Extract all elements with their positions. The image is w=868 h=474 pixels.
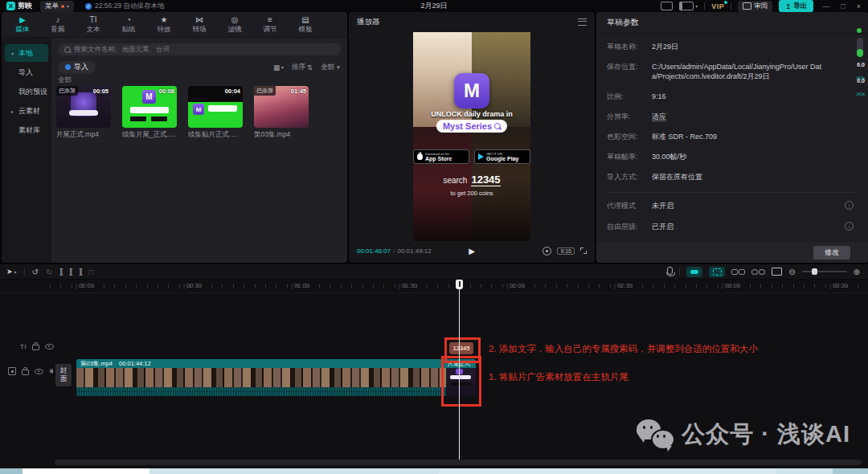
app-logo[interactable]: X 剪映: [6, 1, 32, 11]
grid-view-icon: ▦: [273, 63, 280, 72]
upload-icon: ↥: [785, 2, 791, 10]
duration-label: 00:08: [159, 88, 174, 95]
media-item-name: 续集贴片正式.mp4: [188, 130, 243, 140]
sidebar-item[interactable]: ▸ 云素材: [5, 102, 48, 120]
info-icon[interactable]: i: [845, 201, 854, 210]
aspect-ratio-button[interactable]: 9:16: [557, 247, 575, 255]
split-right-button[interactable]: ][: [79, 268, 81, 276]
media-tab-label: 文本: [87, 25, 100, 35]
media-tab[interactable]: ♪ 音频: [40, 15, 76, 35]
media-item[interactable]: M 00:08 续集片尾_正式.mp4: [122, 86, 177, 140]
ruler-label: 03:00: [722, 282, 740, 289]
duration-label: 00:04: [225, 88, 240, 95]
playhead-handle[interactable]: [456, 280, 463, 289]
select-tool-button[interactable]: ➤ ▾: [6, 268, 17, 276]
media-tab-label: 贴纸: [122, 25, 136, 35]
caret-icon: ▸: [11, 108, 17, 114]
slider-knob[interactable]: [812, 268, 817, 275]
search-icon: [494, 123, 501, 129]
media-tab[interactable]: ≡ 调节: [252, 15, 288, 35]
ruler-label: 02:00: [506, 282, 525, 289]
view-mode-button[interactable]: ▦ ▾: [273, 63, 284, 72]
preview-monitor-icon[interactable]: [772, 268, 782, 276]
zoom-out-button[interactable]: ⊖: [788, 268, 795, 276]
media-item[interactable]: M 00:04 续集贴片正式.mp4: [188, 86, 243, 140]
cover-button[interactable]: 封面: [55, 364, 72, 386]
param-label: 比例:: [607, 92, 652, 101]
media-tab[interactable]: TI 文本: [76, 15, 111, 35]
app-logo-icon: X: [6, 2, 15, 10]
maximize-button[interactable]: □: [838, 2, 847, 10]
filter-button[interactable]: 全部 ▼: [321, 63, 341, 72]
param-row: 草稿帧率: 30.00帧/秒: [607, 152, 868, 161]
minimize-button[interactable]: —: [820, 2, 832, 10]
taskbar-sliver: [0, 468, 868, 474]
param-label: 草稿帧率:: [607, 152, 652, 161]
media-tab[interactable]: ▤ 模板: [288, 15, 323, 35]
param-value: 标准 SDR - Rec.709: [652, 133, 717, 141]
media-tab-label: 滤镜: [228, 25, 242, 35]
sort-icon: ⇅: [307, 63, 313, 72]
undo-button[interactable]: ↺: [32, 268, 39, 276]
vip-badge[interactable]: VIP: [711, 2, 724, 10]
export-button[interactable]: ↥ 导出: [779, 0, 813, 12]
link-clips-icon[interactable]: [731, 269, 745, 275]
annotation-step1: 1. 将贴片广告素材放置在主轨片尾: [489, 371, 628, 383]
keyboard-icon[interactable]: [661, 2, 673, 10]
media-tab-icon: TI: [90, 15, 97, 24]
added-badge: 已添加: [254, 86, 276, 96]
eye-icon[interactable]: [45, 344, 54, 349]
divider: [679, 268, 680, 276]
auto-snap-button[interactable]: [709, 267, 725, 277]
split-left-button[interactable]: ][: [69, 268, 72, 276]
preview-quality-icon[interactable]: [542, 247, 551, 255]
titlebar: X 剪映 菜单 ▾ ✓ 22:56:29 自动保存本地 2月29日 ▾ VIP …: [0, 0, 868, 12]
play-button[interactable]: ▶: [469, 247, 475, 255]
media-tab[interactable]: ▶ 媒体: [5, 15, 40, 35]
sidebar-item[interactable]: 导入: [5, 63, 48, 81]
media-search-input[interactable]: 搜索文件名称、画面元素、台词: [58, 43, 341, 55]
scrollbar[interactable]: [857, 38, 863, 57]
magnet-snap-button[interactable]: [686, 267, 702, 277]
media-item[interactable]: 已添加 00:05 片尾正式.mp4: [56, 86, 111, 140]
layout-switcher[interactable]: ▾: [679, 2, 698, 10]
search-word: search: [443, 176, 467, 185]
main-video-clip[interactable]: 第03集.mp4 00:01:44:12: [76, 359, 446, 396]
sidebar-item[interactable]: ▾ 本地: [5, 44, 48, 62]
video-preview[interactable]: M UNLOCK daily drama in Myst Series Down…: [413, 32, 530, 241]
player-menu-icon[interactable]: [578, 18, 587, 26]
fullscreen-icon[interactable]: [580, 247, 587, 254]
split-button[interactable]: ][: [59, 268, 62, 276]
close-button[interactable]: ×: [854, 2, 863, 10]
timeline-zoom-slider[interactable]: [802, 271, 847, 272]
record-voiceover-icon[interactable]: [667, 267, 673, 275]
media-tab[interactable]: ◔ 贴纸: [111, 15, 146, 35]
modify-button[interactable]: 修改: [813, 246, 850, 259]
preview-axis-icon[interactable]: [751, 269, 765, 275]
lock-icon[interactable]: [32, 345, 39, 350]
playhead-line[interactable]: [459, 280, 460, 464]
zoom-in-button[interactable]: ⊕: [854, 268, 860, 276]
delete-button[interactable]: □: [88, 268, 93, 276]
sidebar-item[interactable]: 我的预设: [5, 83, 48, 100]
media-item[interactable]: 已添加 01:45 第03集.mp4: [254, 86, 309, 140]
sidebar-item[interactable]: 素材库: [5, 121, 48, 139]
speaker-icon[interactable]: [49, 369, 53, 374]
horizontal-scrollbar[interactable]: [55, 460, 862, 465]
current-timecode: 00:01:46:07: [357, 247, 391, 255]
media-tab[interactable]: ◎ 滤镜: [217, 15, 252, 35]
menu-button[interactable]: 菜单 ▾: [40, 1, 74, 12]
media-tab-icon: ≡: [268, 15, 272, 24]
timeline-ruler[interactable]: 00:00 00:30 01:00 01:30 02:00 02:30 03:0…: [0, 280, 868, 293]
redo-button[interactable]: ↻: [46, 268, 52, 276]
review-button[interactable]: 审阅: [738, 1, 772, 12]
clip-filmstrip: [76, 368, 446, 387]
media-tab[interactable]: ★ 特效: [146, 15, 182, 35]
lock-icon[interactable]: [22, 370, 29, 375]
import-button[interactable]: 导入: [58, 61, 96, 74]
sort-button[interactable]: 排序 ⇅: [292, 63, 313, 72]
media-tab[interactable]: ⋈ 转场: [182, 15, 217, 35]
info-icon[interactable]: i: [845, 222, 854, 231]
eye-icon[interactable]: [35, 369, 43, 374]
search-icon: [64, 47, 71, 53]
